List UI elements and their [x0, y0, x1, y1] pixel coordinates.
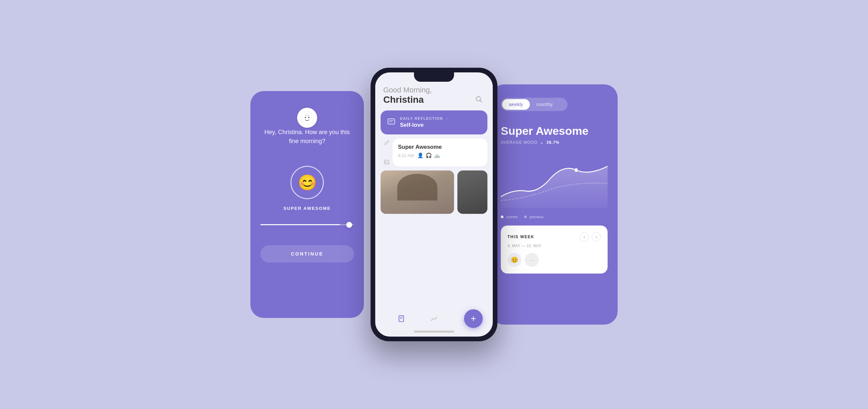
dark-image — [457, 170, 488, 214]
next-week-button[interactable]: › — [592, 232, 601, 242]
week-nav: ‹ › — [580, 232, 601, 242]
entry-title: Super Awesome — [398, 144, 482, 150]
left-slider[interactable] — [260, 224, 354, 225]
mood-separator: ▲ — [540, 141, 544, 144]
svg-point-4 — [308, 117, 309, 118]
reflection-arrow: → — [445, 116, 450, 121]
previous-dot — [524, 215, 527, 218]
journal-nav-icon[interactable] — [398, 315, 406, 322]
daily-reflection-card[interactable]: DAILY REFLECTION → Self-love — [380, 110, 488, 134]
phone-screen: Good Morning, Christina — [375, 72, 493, 337]
photo-tree[interactable] — [380, 170, 454, 214]
week-item-2[interactable]: — — [525, 253, 539, 267]
slider-thumb — [346, 222, 352, 228]
tree-image — [380, 170, 454, 214]
week-items-row: 😊 — — [507, 253, 601, 267]
fab-plus-icon: + — [471, 313, 476, 324]
svg-rect-1 — [305, 115, 307, 116]
tab-weekly[interactable]: weekly — [502, 99, 530, 110]
photos-row — [375, 170, 493, 214]
right-card: weekly monthly Super Awesome AVERAGE MOO… — [491, 84, 618, 325]
home-bar — [414, 331, 454, 333]
reflection-icon — [387, 117, 395, 128]
left-avatar — [297, 108, 317, 128]
svg-rect-8 — [384, 160, 389, 164]
current-dot — [501, 215, 503, 218]
entry-meta-icons: 👤 🎧 🚲 — [417, 152, 440, 159]
edit-icon[interactable] — [383, 140, 390, 147]
phone-name: Christina — [383, 94, 432, 105]
spacer — [375, 214, 493, 310]
week-header: THIS WEEK ‹ › — [507, 232, 601, 242]
svg-rect-2 — [307, 115, 309, 116]
image-icon[interactable] — [383, 159, 390, 167]
reflection-sub-label: DAILY REFLECTION → — [400, 116, 450, 121]
center-phone: Good Morning, Christina — [371, 68, 497, 341]
svg-point-3 — [305, 117, 306, 118]
reflection-main-label: Self-love — [400, 122, 450, 129]
headphones-icon: 🎧 — [426, 152, 432, 159]
svg-rect-7 — [388, 119, 395, 124]
journal-entry-card[interactable]: Super Awesome 9:22 AM 👤 🎧 🚲 — [393, 138, 488, 167]
person-icon: 👤 — [417, 152, 424, 159]
phone-shell: Good Morning, Christina — [371, 68, 497, 341]
avg-mood-value: 38.7% — [547, 140, 560, 145]
chart-area — [501, 155, 608, 208]
entry-time: 9:22 AM — [398, 153, 414, 158]
fab-button[interactable]: + — [464, 309, 483, 328]
legend-previous: previous — [524, 215, 544, 219]
bottom-nav: + — [375, 310, 493, 329]
photo-dark[interactable] — [457, 170, 488, 214]
left-card: Hey, Christina. How are you this fine mo… — [250, 91, 364, 318]
tab-monthly[interactable]: monthly — [530, 99, 560, 110]
avg-mood-label: AVERAGE MOOD — [501, 140, 537, 145]
week-item-1[interactable]: 😊 — [507, 253, 522, 267]
right-card-title: Super Awesome — [501, 125, 608, 137]
entry-meta: 9:22 AM 👤 🎧 🚲 — [398, 152, 482, 159]
legend-current: current — [501, 215, 518, 219]
slider-track — [260, 224, 354, 225]
left-greeting: Hey, Christina. How are you this fine mo… — [260, 128, 354, 146]
phone-header: Good Morning, Christina — [375, 82, 493, 110]
this-week-card: THIS WEEK ‹ › 4. MAY — 10. MAY 😊 — — [501, 226, 608, 274]
continue-button[interactable]: CONTINUE — [260, 245, 354, 263]
journal-entry: Super Awesome 9:22 AM 👤 🎧 🚲 — [375, 138, 493, 167]
week-title: THIS WEEK — [507, 235, 534, 239]
search-button[interactable] — [473, 93, 485, 105]
chart-legend: current previous — [501, 215, 608, 219]
phone-greeting: Good Morning, — [383, 86, 432, 94]
svg-line-6 — [480, 100, 482, 102]
chart-nav-icon[interactable] — [430, 315, 438, 322]
scene: Hey, Christina. How are you this fine mo… — [250, 51, 618, 358]
left-mood-label: SUPER AWESOME — [283, 206, 331, 211]
left-mood-circle: 😊 — [290, 166, 324, 199]
tab-row: weekly monthly — [501, 98, 567, 111]
mood-chart — [501, 155, 608, 208]
slider-fill — [260, 224, 340, 225]
average-mood-stat: AVERAGE MOOD ▲ 38.7% — [501, 140, 608, 145]
journal-sidebar — [380, 138, 393, 167]
svg-point-14 — [575, 168, 578, 172]
svg-point-0 — [301, 111, 313, 124]
bike-icon: 🚲 — [434, 152, 440, 159]
phone-greeting-block: Good Morning, Christina — [383, 86, 432, 105]
phone-notch — [414, 72, 454, 82]
reflection-content: DAILY REFLECTION → Self-love — [400, 116, 450, 129]
prev-week-button[interactable]: ‹ — [580, 232, 589, 242]
week-dates: 4. MAY — 10. MAY — [507, 243, 601, 248]
